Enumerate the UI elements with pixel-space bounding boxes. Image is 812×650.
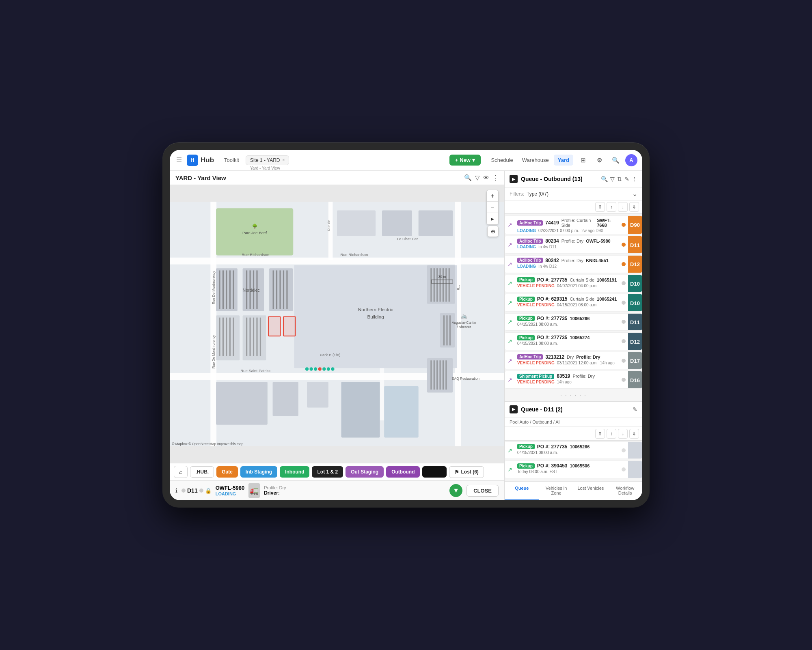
queue-edit-icon[interactable]: ✎	[624, 176, 629, 182]
settings-icon[interactable]: ⚙	[593, 154, 606, 167]
item-detail: 10065274	[570, 335, 590, 340]
item-detail: 10065241	[597, 297, 617, 301]
bottom-navigation: ⌂ .HUB. Gate Inb Staging Inbound Lot 1 &…	[170, 463, 504, 480]
svg-point-42	[322, 367, 326, 370]
d11-scroll-up-button[interactable]: ↑	[607, 429, 616, 439]
queue-item[interactable]: ↗ Shipment Pickup 83519 Profile: Dry VEH…	[505, 371, 642, 389]
map-search-icon[interactable]: 🔍	[464, 174, 472, 181]
queue-search-icon[interactable]: 🔍	[601, 176, 608, 182]
profile-label: Profile: Dry	[264, 485, 286, 490]
owfl-status: LOADING	[216, 491, 245, 496]
queue-d11-edit-icon[interactable]: ✎	[633, 406, 637, 413]
item-id: PO #: 629315	[537, 296, 568, 302]
gps-button[interactable]: ⊕	[487, 226, 499, 237]
svg-rect-23	[226, 270, 227, 309]
item-date: 04/15/2021 08:00 a.m.	[517, 341, 558, 346]
item-id: PO #: 277735	[537, 277, 568, 283]
map-filter-icon[interactable]: ▽	[475, 174, 480, 181]
item-dot	[622, 243, 626, 247]
item-id: 80234	[545, 238, 559, 244]
close-button[interactable]: CLOSE	[466, 485, 499, 497]
scroll-up-button[interactable]: ↑	[607, 202, 616, 212]
queue-item[interactable]: ↗ Pickup PO #: 277735 10065266 04/15/202…	[505, 313, 642, 331]
out-staging-button[interactable]: Out Staging	[346, 466, 384, 478]
search-icon[interactable]: 🔍	[609, 154, 622, 167]
tab-queue[interactable]: Queue	[505, 482, 539, 500]
queue-item[interactable]: ↗ AdHoc Trip 3213212 Dry Profile: Dry VE…	[505, 352, 642, 370]
queue-item[interactable]: ↗ Pickup PO #: 629315 Curtain Side 10065…	[505, 294, 642, 312]
black-button[interactable]	[422, 466, 447, 478]
scroll-down-button[interactable]: ↓	[618, 202, 628, 212]
svg-rect-10	[337, 211, 376, 236]
item-type-badge: AdHoc Trip	[517, 354, 543, 359]
item-bottom: Today 08:00 a.m. EST	[517, 469, 617, 474]
queue-item[interactable]: ↗ Pickup PO #: 277735 Curtain Side 10065…	[505, 275, 642, 293]
queue-play-icon: ▶	[510, 175, 518, 183]
tab-vehicles-in-zone[interactable]: Vehicles in Zone	[539, 482, 574, 500]
svg-rect-54	[226, 318, 227, 356]
zoom-in-button[interactable]: +	[487, 190, 498, 202]
user-avatar[interactable]: A	[625, 154, 637, 166]
grid-icon[interactable]: ⊞	[577, 154, 590, 167]
queue-d11-item[interactable]: ↗ Pickup PO #: 277735 10065266 04/15/202…	[505, 441, 642, 459]
item-id: 3213212	[545, 354, 564, 360]
d11-scroll-top-button[interactable]: ⇑	[595, 429, 605, 439]
svg-rect-60	[256, 318, 257, 356]
new-button[interactable]: + New ▾	[449, 155, 481, 166]
queue-item[interactable]: ↗ AdHoc Trip 74419 Profile: Curtain Side…	[505, 215, 642, 234]
zoom-right-button[interactable]: ▶	[487, 213, 498, 224]
queue-item[interactable]: ↗ Pickup PO #: 277735 10065274 04/15/202…	[505, 332, 642, 350]
d11-scroll-down-button[interactable]: ↓	[618, 429, 628, 439]
d11-scroll-bottom-button[interactable]: ⇓	[629, 429, 639, 439]
site-tab[interactable]: Site 1 - YARD × Yard - Yard View	[246, 155, 289, 165]
item-top: AdHoc Trip 74419 Profile: Curtain Side S…	[517, 218, 617, 228]
item-arrow-icon: ↗	[505, 352, 515, 369]
queue-outbound-title: Queue - Outbound (13)	[521, 176, 598, 182]
queue-more-icon[interactable]: ⋮	[632, 176, 637, 182]
owfl-info: OWFL-5980 LOADING	[216, 485, 245, 496]
svg-rect-26	[246, 270, 247, 309]
gate-button[interactable]: Gate	[216, 466, 238, 478]
inbound-button[interactable]: Inbound	[280, 466, 309, 478]
scroll-top-button[interactable]: ⇑	[595, 202, 605, 212]
site-tab-close[interactable]: ×	[283, 158, 285, 162]
svg-rect-56	[233, 318, 234, 356]
chevron-down-button[interactable]: ▼	[449, 484, 462, 497]
map-canvas[interactable]: 🌳 Parc Joe-Beef Le Chatulier Northern El…	[170, 185, 504, 463]
warehouse-button[interactable]: Warehouse	[518, 155, 553, 166]
outbound-button[interactable]: Outbound	[386, 466, 420, 478]
queue-filter-icon[interactable]: ▽	[610, 176, 615, 182]
svg-point-39	[309, 367, 313, 370]
home-button[interactable]: ⌂	[174, 466, 188, 478]
tab-workflow-details[interactable]: Workflow Details	[608, 482, 642, 500]
hub-button[interactable]: .HUB.	[190, 466, 214, 478]
lot-button[interactable]: Lot 1 & 2	[312, 466, 343, 478]
item-body: Pickup PO #: 390453 10065506 Today 08:00…	[515, 461, 619, 478]
item-right	[619, 236, 628, 253]
map-view-icon[interactable]: 👁	[483, 174, 489, 181]
svg-rect-61	[260, 318, 261, 356]
queue-sort-icon[interactable]: ⇅	[617, 176, 622, 182]
filter-type[interactable]: Type (0/7)	[527, 191, 549, 197]
queue-item[interactable]: ↗ AdHoc Trip 80242 Profile: Dry KNIG-455…	[505, 255, 642, 273]
item-dock-badge: D90	[628, 216, 642, 234]
tab-lost-vehicles[interactable]: Lost Vehicles	[574, 482, 608, 500]
scroll-bottom-button[interactable]: ⇓	[629, 202, 639, 212]
schedule-button[interactable]: Schedule	[487, 155, 517, 166]
svg-rect-29	[256, 270, 257, 309]
lost-button[interactable]: ⚑ Lost (6)	[449, 466, 484, 478]
yard-button[interactable]: Yard	[554, 155, 573, 166]
hamburger-menu-button[interactable]: ☰	[175, 155, 184, 166]
queue-item[interactable]: ↗ AdHoc Trip 80234 Profile: Dry OWFL-598…	[505, 236, 642, 254]
info-icon[interactable]: ℹ	[175, 487, 177, 494]
svg-text:Parc Joe-Beef: Parc Joe-Beef	[242, 230, 267, 235]
inb-staging-button[interactable]: Inb Staging	[240, 466, 277, 478]
map-more-icon[interactable]: ⋮	[492, 174, 499, 181]
driver-label: Driver:	[264, 490, 286, 496]
svg-rect-69	[445, 268, 447, 301]
queue-d11-item[interactable]: ↗ Pickup PO #: 390453 10065506 Today 08:…	[505, 461, 642, 478]
svg-rect-28	[253, 270, 254, 309]
filter-chevron-icon[interactable]: ⌄	[632, 190, 637, 198]
zoom-out-button[interactable]: −	[487, 202, 498, 213]
item-type-badge: Pickup	[517, 297, 535, 302]
